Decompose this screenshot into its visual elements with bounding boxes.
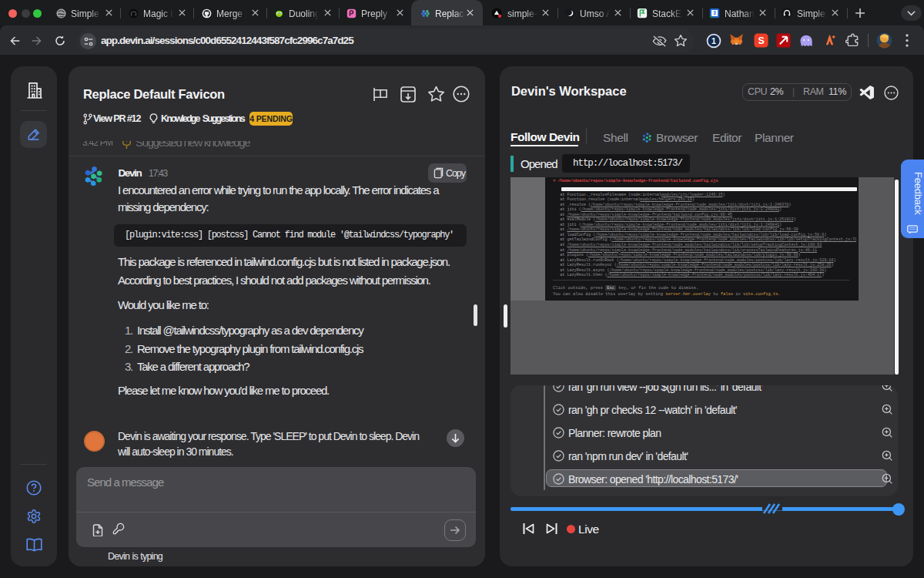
svg-text:3: 3 [713, 10, 716, 15]
svg-text:1: 1 [711, 36, 716, 45]
svg-text:S: S [758, 35, 764, 46]
